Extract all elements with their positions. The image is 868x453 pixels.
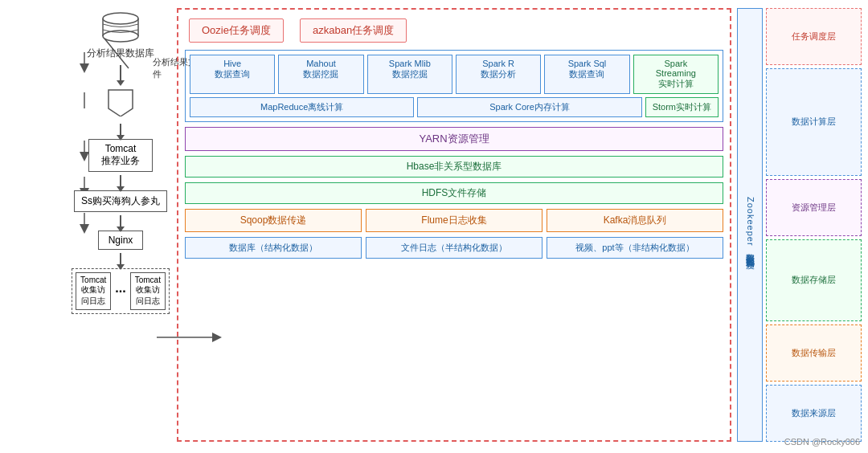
source-file-box: 文件日志（半结构化数据） <box>366 237 542 259</box>
oozie-box: Oozie任务调度 <box>189 18 284 43</box>
middle-panel: Oozie任务调度 azkaban任务调度 Hive数据查询 Mahout数据挖… <box>177 8 731 442</box>
azkaban-box: azkaban任务调度 <box>300 18 407 43</box>
hbase-row: Hbase非关系型数据库 <box>185 156 723 178</box>
tomcat2-box: Tomcat收集访问日志 <box>130 272 166 310</box>
db-label: 分析结果数据库 <box>87 47 154 60</box>
tomcat1-box: Tomcat收集访问日志 <box>76 272 111 310</box>
transfer-row: Sqoop数据传递 Flume日志收集 Kafka消息队列 <box>185 209 723 232</box>
compute-layer: Hive数据查询 Mahout数据挖掘 Spark Mlib数据挖掘 Spark… <box>185 50 723 122</box>
hive-box: Hive数据查询 <box>190 55 275 94</box>
kafka-box: Kafka消息队列 <box>547 209 723 232</box>
flume-box: Flume日志收集 <box>366 209 542 232</box>
spark-r-label: Spark R数据分析 <box>461 59 535 80</box>
layer-labels: 任务调度层 数据计算层 资源管理层 数据存储层 数据传输层 数据来源层 <box>766 8 862 442</box>
zookeeper-box: Zookeeper数据平台配置和调度 <box>737 8 763 442</box>
tomcat-recommend-label: Tomcat推荐业务 <box>97 143 144 168</box>
left-panel: 分析结果数据库 分析结果文件 Tomcat推荐业务 Ss购买海狗人参丸 <box>44 8 197 314</box>
mapreduce-box: MapReduce离线计算 <box>190 97 414 117</box>
storm-box: Storm实时计算 <box>645 97 719 117</box>
zookeeper-label: Zookeeper数据平台配置和调度 <box>744 197 756 254</box>
watermark: CSDN @Rocky006 <box>784 437 860 447</box>
scheduling-row: Oozie任务调度 azkaban任务调度 <box>185 16 723 45</box>
spark-streaming-box: SparkStreaming实时计算 <box>633 55 719 94</box>
spark-r-box: Spark R数据分析 <box>456 55 541 94</box>
spark-sql-box: Spark Sql数据查询 <box>544 55 629 94</box>
purchase-label: Ss购买海狗人参丸 <box>81 194 160 208</box>
hive-label: Hive数据查询 <box>195 59 269 80</box>
purchase-box: Ss购买海狗人参丸 <box>74 190 167 212</box>
flag-icon <box>104 86 137 119</box>
mapreduce-label: MapReduce离线计算 <box>197 101 407 113</box>
layer-storage: 数据存储层 <box>766 239 862 321</box>
mahout-box: Mahout数据挖掘 <box>278 55 363 94</box>
layer-task: 任务调度层 <box>766 8 862 65</box>
svg-point-7 <box>103 13 138 24</box>
main-container: 分析结果数据库 分析结果文件 Tomcat推荐业务 Ss购买海狗人参丸 <box>0 0 868 453</box>
compute-top-row: Hive数据查询 Mahout数据挖掘 Spark Mlib数据挖掘 Spark… <box>190 55 719 94</box>
source-video-box: 视频、ppt等（非结构化数据） <box>547 237 723 259</box>
dots-label: ··· <box>115 284 125 299</box>
mahout-label: Mahout数据挖掘 <box>284 59 358 80</box>
tomcat-recommend-box: Tomcat推荐业务 <box>88 139 153 172</box>
database-svg <box>100 12 141 43</box>
nginx-label: Nginx <box>108 235 133 246</box>
db-icon <box>100 12 141 45</box>
spark-streaming-label: SparkStreaming实时计算 <box>639 59 713 90</box>
spark-core-label: Spark Core内存计算 <box>424 101 634 113</box>
compute-bottom-row: MapReduce离线计算 Spark Core内存计算 Storm实时计算 <box>190 97 719 117</box>
spark-core-box: Spark Core内存计算 <box>417 97 641 117</box>
spark-mlib-label: Spark Mlib数据挖掘 <box>373 59 447 80</box>
nginx-box: Nginx <box>98 231 144 250</box>
tomcat-row: Tomcat收集访问日志 ··· Tomcat收集访问日志 <box>72 268 170 314</box>
yarn-row: YARN资源管理 <box>185 127 723 151</box>
layer-source: 数据来源层 <box>766 385 862 442</box>
spark-sql-label: Spark Sql数据查询 <box>550 59 624 80</box>
hdfs-row: HDFS文件存储 <box>185 182 723 204</box>
layer-transfer: 数据传输层 <box>766 324 862 382</box>
sqoop-box: Sqoop数据传递 <box>185 209 362 232</box>
source-row: 数据库（结构化数据） 文件日志（半结构化数据） 视频、ppt等（非结构化数据） <box>185 237 723 259</box>
right-panel: Zookeeper数据平台配置和调度 任务调度层 数据计算层 资源管理层 数据存… <box>737 8 862 442</box>
spark-mlib-box: Spark Mlib数据挖掘 <box>367 55 452 94</box>
layer-compute: 数据计算层 <box>766 68 862 176</box>
source-db-box: 数据库（结构化数据） <box>185 237 362 259</box>
layer-resource: 资源管理层 <box>766 179 862 236</box>
svg-marker-12 <box>108 90 133 116</box>
